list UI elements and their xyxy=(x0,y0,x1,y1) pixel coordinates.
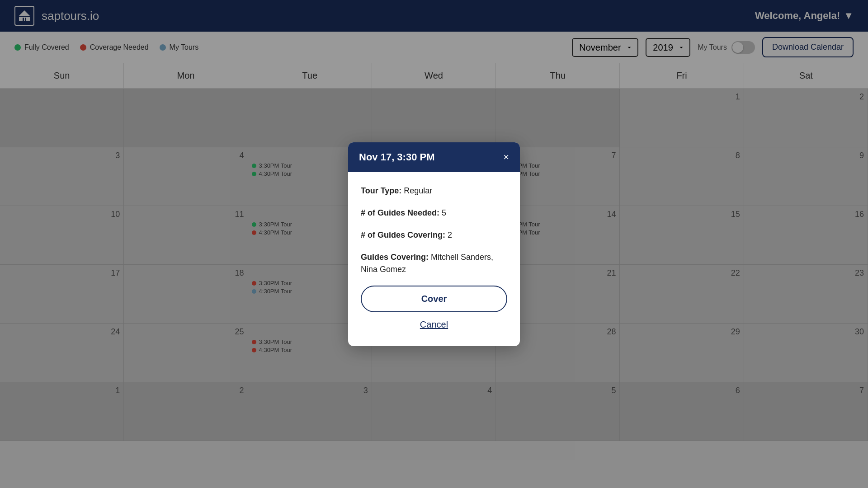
modal-field: # of Guides Needed: 5 xyxy=(361,207,507,219)
modal-title: Nov 17, 3:30 PM xyxy=(359,151,435,163)
modal-field-label: Guides Covering: xyxy=(361,253,431,262)
modal-body: Tour Type: Regular# of Guides Needed: 5#… xyxy=(348,172,520,346)
modal-field: Tour Type: Regular xyxy=(361,185,507,197)
modal-field-label: Tour Type: xyxy=(361,186,404,195)
modal-header: Nov 17, 3:30 PM × xyxy=(348,142,520,172)
modal-overlay[interactable]: Nov 17, 3:30 PM × Tour Type: Regular# of… xyxy=(0,0,868,488)
modal-field-value: 2 xyxy=(448,230,452,239)
modal-field-value: 5 xyxy=(442,208,446,217)
modal-field: # of Guides Covering: 2 xyxy=(361,229,507,241)
cover-button[interactable]: Cover xyxy=(361,286,507,312)
modal-field-label: # of Guides Covering: xyxy=(361,230,448,239)
cancel-link[interactable]: Cancel xyxy=(361,319,507,337)
modal-field-value: Regular xyxy=(404,186,432,195)
modal-field-label: # of Guides Needed: xyxy=(361,208,442,217)
modal-close-button[interactable]: × xyxy=(503,152,509,162)
modal-field: Guides Covering: Mitchell Sanders, Nina … xyxy=(361,251,507,276)
tour-detail-modal: Nov 17, 3:30 PM × Tour Type: Regular# of… xyxy=(348,142,520,346)
